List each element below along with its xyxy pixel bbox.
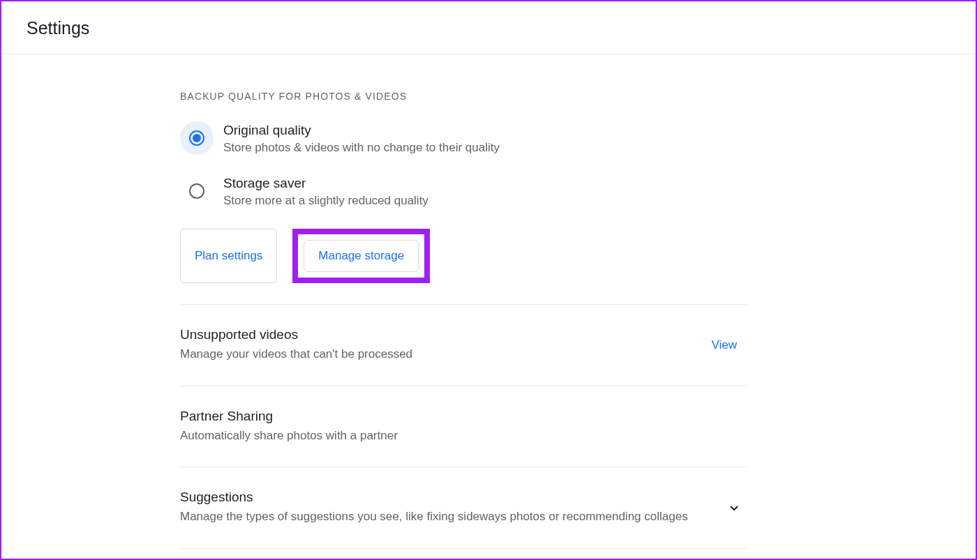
setting-description: Manage the types of suggestions you see,… bbox=[180, 508, 712, 526]
setting-text-block: Partner Sharing Automatically share phot… bbox=[180, 409, 747, 445]
settings-header: Settings bbox=[1, 1, 976, 54]
radio-title: Original quality bbox=[223, 123, 500, 138]
radio-text-block: Original quality Store photos & videos w… bbox=[223, 121, 500, 155]
scroll-spacer bbox=[180, 549, 747, 559]
settings-scroll-area[interactable]: Backup quality for photos & videos Origi… bbox=[1, 56, 976, 559]
view-unsupported-button[interactable]: View bbox=[701, 333, 747, 358]
setting-title: Partner Sharing bbox=[180, 409, 733, 424]
setting-title: Suggestions bbox=[180, 490, 712, 505]
page-title: Settings bbox=[27, 18, 950, 38]
setting-text-block: Unsupported videos Manage your videos th… bbox=[180, 327, 701, 363]
radio-text-block: Storage saver Store more at a slightly r… bbox=[223, 174, 428, 208]
setting-title: Unsupported videos bbox=[180, 327, 687, 342]
radio-description: Store photos & videos with no change to … bbox=[223, 141, 500, 155]
radio-title: Storage saver bbox=[223, 176, 428, 191]
suggestions-row[interactable]: Suggestions Manage the types of suggesti… bbox=[180, 467, 747, 549]
manage-storage-highlight: Manage storage bbox=[292, 229, 430, 283]
setting-text-block: Suggestions Manage the types of suggesti… bbox=[180, 490, 726, 526]
radio-indicator-saver bbox=[180, 174, 214, 208]
backup-quality-heading: Backup quality for photos & videos bbox=[180, 91, 747, 102]
radio-outer-circle bbox=[189, 130, 204, 146]
manage-storage-button[interactable]: Manage storage bbox=[304, 240, 419, 272]
backup-buttons-row: Plan settings Manage storage bbox=[180, 229, 747, 283]
partner-sharing-row[interactable]: Partner Sharing Automatically share phot… bbox=[180, 386, 747, 468]
radio-option-storage-saver[interactable]: Storage saver Store more at a slightly r… bbox=[180, 174, 747, 208]
setting-description: Automatically share photos with a partne… bbox=[180, 427, 733, 445]
plan-settings-button[interactable]: Plan settings bbox=[180, 229, 277, 283]
setting-description: Manage your videos that can't be process… bbox=[180, 345, 687, 363]
radio-description: Store more at a slightly reduced quality bbox=[223, 194, 428, 208]
radio-option-original-quality[interactable]: Original quality Store photos & videos w… bbox=[180, 121, 747, 155]
radio-indicator-original bbox=[180, 121, 214, 155]
radio-inner-dot bbox=[193, 134, 201, 142]
radio-outer-circle bbox=[189, 183, 204, 199]
settings-content: Backup quality for photos & videos Origi… bbox=[180, 56, 747, 559]
chevron-down-icon bbox=[726, 499, 743, 516]
unsupported-videos-row[interactable]: Unsupported videos Manage your videos th… bbox=[180, 305, 747, 386]
